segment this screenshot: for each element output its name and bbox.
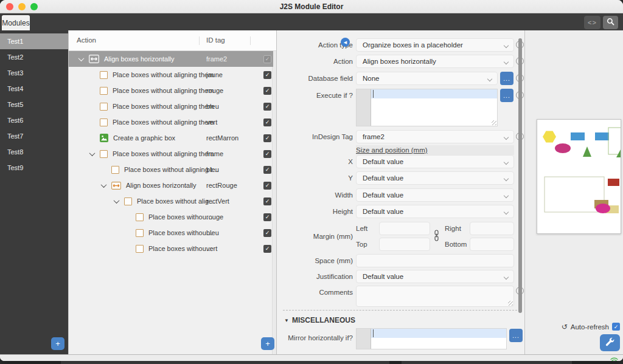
row-checkbox[interactable] <box>263 55 271 63</box>
x-select[interactable]: Default value <box>356 155 514 168</box>
tools-button[interactable] <box>600 334 620 351</box>
row-checkbox[interactable] <box>263 213 271 221</box>
auto-refresh-row: ↺ Auto-refresh <box>562 323 620 331</box>
database-field-select[interactable]: None <box>356 72 498 85</box>
chevron-down-icon <box>504 210 509 215</box>
add-action-button[interactable]: + <box>261 337 274 350</box>
chevron-down-icon[interactable] <box>78 55 85 61</box>
sidebar-item-test3[interactable]: Test3 <box>0 65 68 81</box>
tree-row-idtag: frame2 <box>206 55 227 63</box>
tree-row[interactable]: Create a graphic box rectMarron <box>69 130 273 146</box>
tree-row[interactable]: Place boxes without aligning them rouge <box>69 83 273 98</box>
width-select[interactable]: Default value <box>356 188 514 202</box>
box-icon <box>111 166 119 174</box>
tree-header: Action ID tag <box>69 30 276 51</box>
sidebar-item-test8[interactable]: Test8 <box>0 144 68 160</box>
row-checkbox[interactable] <box>263 150 271 158</box>
tree-row[interactable]: Place boxes withou… bleu <box>69 225 273 241</box>
row-checkbox[interactable] <box>263 182 271 190</box>
height-label: Height <box>277 208 353 215</box>
resize-grip-icon[interactable] <box>508 301 513 306</box>
editor-gutter <box>357 329 371 349</box>
chevron-down-icon[interactable] <box>101 182 107 188</box>
sidebar-item-test9[interactable]: Test9 <box>0 160 68 176</box>
sidebar-item-test4[interactable]: Test4 <box>0 81 68 97</box>
tree-row[interactable]: Place boxes without aligning them jaune <box>69 67 273 83</box>
tree-row[interactable]: Place boxes without aligning t… bleu <box>69 162 273 177</box>
tree-row-label: Place boxes without aligning them <box>113 87 214 94</box>
execute-if-editor[interactable] <box>356 89 498 126</box>
chevron-down-icon <box>487 77 492 81</box>
execute-if-label: Execute if ? <box>277 92 353 99</box>
y-select[interactable]: Default value <box>356 171 514 185</box>
add-module-button[interactable]: + <box>51 337 64 350</box>
tree-row[interactable]: Place boxes without aligning them frame <box>69 146 273 162</box>
margin-bottom-input[interactable] <box>470 238 514 251</box>
box-icon <box>124 197 132 205</box>
chevron-down-icon[interactable] <box>89 150 96 156</box>
collapse-panel-button[interactable]: ◀ <box>341 38 350 47</box>
height-select[interactable]: Default value <box>356 205 514 218</box>
action-type-select[interactable]: Organize boxes in a placeholder <box>356 38 514 52</box>
tree-row-idtag: bleu <box>206 166 219 173</box>
column-header-idtag: ID tag <box>206 36 225 44</box>
section-divider <box>283 310 517 311</box>
action-type-value: Organize boxes in a placeholder <box>363 41 463 49</box>
row-checkbox[interactable] <box>263 166 271 174</box>
sidebar-item-test5[interactable]: Test5 <box>0 97 68 112</box>
execute-if-more-button[interactable]: ... <box>500 89 513 102</box>
margin-top-input[interactable] <box>379 238 430 251</box>
row-checkbox[interactable] <box>263 103 271 111</box>
tree-row[interactable]: Align boxes horizontally rectRouge <box>69 177 273 193</box>
tree-row[interactable]: Place boxes without aligning them vert <box>69 114 273 130</box>
link-margins-icon[interactable] <box>433 230 440 244</box>
mirror-editor[interactable] <box>356 328 507 349</box>
chevron-down-icon <box>504 193 509 198</box>
sidebar-item-test7[interactable]: Test7 <box>0 128 68 144</box>
window-footer <box>0 354 623 361</box>
margin-right-input[interactable] <box>470 222 514 235</box>
margin-label: Margin (mm) <box>277 233 353 240</box>
search-button[interactable] <box>603 16 618 29</box>
sidebar-item-test2[interactable]: Test2 <box>0 49 68 65</box>
tree-rows: Align boxes horizontally frame2 Place bo… <box>69 51 273 256</box>
justification-select[interactable]: Default value <box>356 270 514 283</box>
mirror-more-button[interactable]: ... <box>509 329 523 342</box>
tree-row[interactable]: Align boxes horizontally frame2 <box>69 51 273 67</box>
tab-bar: Modules <> <box>0 13 623 30</box>
row-checkbox[interactable] <box>263 134 271 142</box>
margin-left-input[interactable] <box>379 222 430 235</box>
row-checkbox[interactable] <box>263 87 271 95</box>
form-scrollbar[interactable] <box>518 38 522 313</box>
editor-active-line <box>371 329 506 338</box>
row-checkbox[interactable] <box>263 71 271 79</box>
tree-row-idtag: rouge <box>206 213 223 221</box>
tree-row[interactable]: Place boxes withou… vert <box>69 241 273 256</box>
space-input[interactable] <box>356 254 514 267</box>
indesign-tag-select[interactable]: frame2 <box>356 130 514 143</box>
tree-row[interactable]: Place boxes without aligning them bleu <box>69 98 273 114</box>
column-separator <box>199 36 200 45</box>
row-checkbox[interactable] <box>263 118 271 126</box>
auto-refresh-checkbox[interactable] <box>612 323 620 331</box>
sidebar-item-test6[interactable]: Test6 <box>0 112 68 128</box>
row-checkbox[interactable] <box>263 229 271 237</box>
tree-row[interactable]: Place boxes without alig… rectVert <box>69 193 273 209</box>
action-select[interactable]: Align boxes horizontally <box>356 55 514 68</box>
tree-row-idtag: rectRouge <box>206 182 237 189</box>
action-label: Action <box>277 58 353 65</box>
preview-shape <box>583 146 591 157</box>
width-value: Default value <box>363 191 403 199</box>
miscellaneous-label: MISCELLANEOUS <box>292 316 355 325</box>
row-checkbox[interactable] <box>263 245 271 253</box>
sidebar-item-test1[interactable]: Test1 <box>0 33 68 49</box>
resize-grip-icon[interactable] <box>492 120 496 125</box>
chevron-down-icon[interactable] <box>114 197 120 204</box>
tree-row[interactable]: Place boxes withou… rouge <box>69 209 273 225</box>
comments-textarea[interactable] <box>356 286 514 307</box>
tab-modules[interactable]: Modules <box>2 15 30 30</box>
code-view-button[interactable]: <> <box>584 16 600 29</box>
miscellaneous-section-header[interactable]: ▼MISCELLANEOUS <box>284 316 355 325</box>
database-field-more-button[interactable]: ... <box>500 72 513 85</box>
row-checkbox[interactable] <box>263 197 271 205</box>
